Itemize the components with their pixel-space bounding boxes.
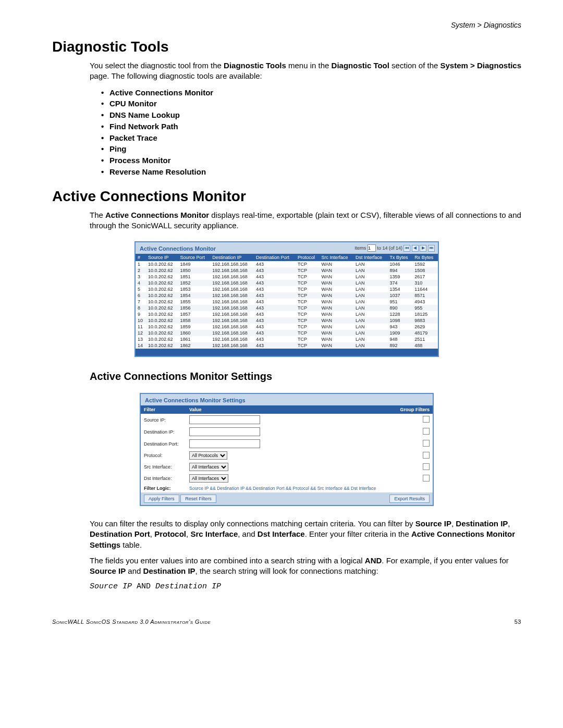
table-cell: WAN	[319, 330, 353, 336]
table-row: 910.0.202.621857192.168.168.168443TCPWAN…	[136, 311, 438, 317]
table-cell: 1862	[178, 342, 211, 349]
table-cell: WAN	[319, 324, 353, 330]
table-cell: WAN	[319, 286, 353, 292]
table-cell: WAN	[319, 267, 353, 274]
filter-input[interactable]	[189, 439, 260, 448]
table-cell: LAN	[353, 324, 387, 330]
column-header[interactable]: Dst Interface	[353, 254, 387, 261]
column-header[interactable]: Tx Bytes	[387, 254, 412, 261]
group-filter-checkbox[interactable]	[423, 452, 430, 459]
table-cell: 10.0.202.62	[146, 311, 178, 317]
acm-panel: Active Connections Monitor Items to 14 (…	[134, 241, 439, 357]
table-cell: TCP	[296, 299, 320, 305]
reset-filters-button[interactable]: Reset Filters	[180, 495, 216, 503]
column-header[interactable]: Source Port	[178, 254, 211, 261]
filter-select[interactable]: All Interfaces	[189, 463, 228, 471]
table-cell: 10.0.202.62	[146, 330, 178, 336]
tool-list-item: Reverse Name Resolution	[101, 166, 521, 178]
table-cell: 443	[254, 280, 296, 286]
filter-select[interactable]: All Protocols	[189, 451, 227, 460]
apply-filters-button[interactable]: Apply Filters	[144, 495, 179, 503]
table-row: 810.0.202.621856192.168.168.168443TCPWAN…	[136, 305, 438, 311]
table-row: 310.0.202.621851192.168.168.168443TCPWAN…	[136, 274, 438, 280]
table-cell: 5	[136, 286, 146, 292]
table-cell: 4943	[412, 299, 438, 305]
table-row: 1010.0.202.621858192.168.168.168443TCPWA…	[136, 317, 438, 324]
column-header[interactable]: Source IP	[146, 254, 178, 261]
filter-paragraph: You can filter the results to display on…	[90, 519, 521, 550]
table-cell: TCP	[296, 330, 320, 336]
filter-input[interactable]	[189, 427, 260, 436]
filter-select[interactable]: All Interfaces	[189, 474, 228, 483]
table-cell: 18125	[412, 311, 438, 317]
nav-next-icon[interactable]: ▶	[420, 245, 426, 252]
table-cell: 1851	[178, 274, 211, 280]
nav-first-icon[interactable]: ⏮	[403, 245, 410, 252]
table-cell: 10.0.202.62	[146, 261, 178, 267]
nav-last-icon[interactable]: ⏭	[428, 245, 435, 252]
table-cell: 1359	[387, 274, 412, 280]
settings-panel-title: Active Connections Monitor Settings	[141, 394, 250, 405]
table-cell: 192.168.168.168	[210, 311, 254, 317]
column-header[interactable]: Rx Bytes	[412, 254, 438, 261]
table-cell: 192.168.168.168	[210, 261, 254, 267]
table-cell: 1037	[387, 292, 412, 299]
column-header[interactable]: #	[136, 254, 146, 261]
table-cell: 1228	[387, 311, 412, 317]
table-cell: TCP	[296, 274, 320, 280]
group-filter-checkbox[interactable]	[423, 463, 430, 470]
table-cell: 443	[254, 342, 296, 349]
column-header[interactable]: Src Interface	[319, 254, 353, 261]
column-header[interactable]: Protocol	[296, 254, 320, 261]
table-cell: 443	[254, 267, 296, 274]
table-cell: 892	[387, 342, 412, 349]
col-value: Value	[186, 405, 354, 414]
nav-prev-icon[interactable]: ◀	[412, 245, 419, 252]
table-cell: 10.0.202.62	[146, 286, 178, 292]
table-cell: WAN	[319, 280, 353, 286]
group-filter-checkbox[interactable]	[423, 475, 430, 482]
table-cell: 14	[136, 342, 146, 349]
table-cell: TCP	[296, 311, 320, 317]
table-cell: TCP	[296, 317, 320, 324]
table-cell: LAN	[353, 274, 387, 280]
table-cell: 1592	[412, 261, 438, 267]
table-cell: 1858	[178, 317, 211, 324]
tool-list-item: DNS Name Lookup	[101, 109, 521, 121]
settings-panel: Active Connections Monitor Settings Filt…	[140, 393, 434, 506]
group-filter-checkbox[interactable]	[423, 440, 430, 447]
export-results-button[interactable]: Export Results	[389, 495, 430, 503]
table-cell: 1098	[387, 317, 412, 324]
table-cell: TCP	[296, 342, 320, 349]
table-cell: 192.168.168.168	[210, 274, 254, 280]
table-cell: 192.168.168.168	[210, 267, 254, 274]
column-header[interactable]: Destination IP	[210, 254, 254, 261]
table-cell: 1860	[178, 330, 211, 336]
table-cell: 2	[136, 267, 146, 274]
tool-list-item: Packet Trace	[101, 132, 521, 144]
table-cell: 11644	[412, 286, 438, 292]
filter-label: Destination IP:	[141, 426, 186, 438]
column-header[interactable]: Destination Port	[254, 254, 296, 261]
group-filter-checkbox[interactable]	[423, 416, 430, 423]
table-cell: TCP	[296, 286, 320, 292]
filter-input[interactable]	[189, 415, 260, 424]
table-row: 210.0.202.621850192.168.168.168443TCPWAN…	[136, 267, 438, 274]
table-cell: 1859	[178, 324, 211, 330]
group-filter-checkbox[interactable]	[423, 428, 430, 435]
col-group: Group Filters	[354, 405, 433, 414]
items-input[interactable]	[368, 244, 376, 252]
table-cell: WAN	[319, 317, 353, 324]
table-cell: 10.0.202.62	[146, 280, 178, 286]
heading-acm-settings: Active Connections Monitor Settings	[90, 369, 521, 384]
heading-diagnostic-tools: Diagnostic Tools	[52, 39, 521, 55]
table-cell: 2511	[412, 336, 438, 342]
table-cell: LAN	[353, 342, 387, 349]
table-cell: 2629	[412, 324, 438, 330]
table-cell: 192.168.168.168	[210, 342, 254, 349]
tool-list-item: Process Monitor	[101, 155, 521, 166]
table-cell: 10.0.202.62	[146, 292, 178, 299]
page-number: 53	[515, 619, 521, 625]
table-cell: LAN	[353, 292, 387, 299]
table-cell: 1856	[178, 305, 211, 311]
